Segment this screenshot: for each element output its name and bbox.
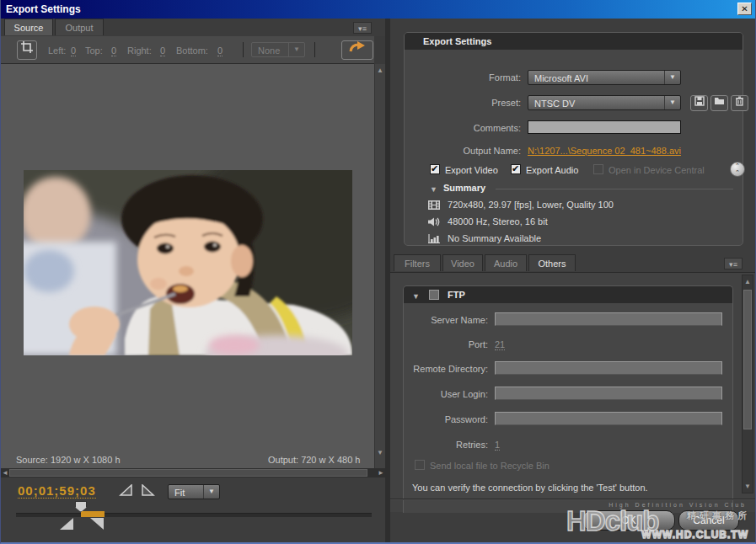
summary-audio-text: 48000 Hz, Stereo, 16 bit [448,216,548,227]
ftp-expander-icon[interactable]: ▼ [412,288,420,305]
export-video-checkbox[interactable] [430,164,440,174]
export-audio-label: Export Audio [526,165,578,175]
user-login-input[interactable] [495,387,722,400]
export-settings-dialog: Export Settings ✕ Source Output ▾≡ Left:… [0,0,756,544]
preset-label: Preset: [438,98,521,108]
tab-filters[interactable]: Filters [394,254,441,271]
output-name-link[interactable]: N:\1207...\Sequence 02_481~488.avi [528,146,681,156]
crop-top-value[interactable]: 0 [111,45,116,56]
tab-source[interactable]: Source [4,19,53,35]
crop-icon [21,41,33,53]
preview-image [24,170,352,355]
comments-input[interactable] [528,120,681,134]
scrollbar-thumb[interactable] [743,290,752,429]
delete-preset-button[interactable] [731,95,748,111]
password-label: Password: [404,414,488,424]
recycle-bin-label: Send local file to Recycle Bin [430,461,550,471]
remote-directory-input[interactable] [495,361,722,375]
chevron-down-icon: ▼ [664,96,680,109]
ftp-hint-text: You can verify the connection by clickin… [412,483,648,493]
collapse-panel-button[interactable]: ⌃⌃ [730,162,745,177]
crop-bottom-value[interactable]: 0 [217,45,223,56]
ok-button[interactable]: OK [582,510,675,531]
options-vertical-scrollbar[interactable]: ▲ ▼ [742,275,753,493]
output-dimensions: Output: 720 w X 480 h [268,455,360,465]
device-central-checkbox [593,164,603,174]
title-bar[interactable]: Export Settings ✕ [1,0,755,19]
curved-arrow-icon [349,41,366,52]
summary-other-text: No Summary Available [448,233,541,243]
folder-icon [714,96,725,105]
chevron-up-icon: ⌃⌃ [731,163,744,176]
preview-vertical-scrollbar[interactable]: ▲ ▼ [374,64,385,468]
server-name-label: Server Name: [404,315,488,325]
in-point-marker[interactable] [60,518,73,530]
save-preset-button[interactable] [690,95,708,111]
crop-bottom-label: Bottom: [176,45,208,56]
scroll-down-icon[interactable]: ▼ [743,483,753,490]
crop-button[interactable] [17,40,37,60]
source-preview-area[interactable]: Source: 1920 w X 1080 h Output: 720 w X … [1,64,374,468]
preview-horizontal-scrollbar[interactable]: ◄ ► [1,468,385,477]
options-tab-strip: Filters Video Audio Others ▾≡ [390,254,756,272]
user-login-label: User Login: [404,389,488,399]
timecode-display[interactable]: 00;01;59;03 [18,483,96,499]
import-preset-button[interactable] [710,95,728,111]
close-icon[interactable]: ✕ [737,3,752,15]
cancel-button[interactable]: Cancel [678,510,739,531]
format-label: Format: [438,72,521,83]
tab-others[interactable]: Others [528,254,576,271]
set-in-point-button[interactable] [119,484,134,497]
settings-panel: Export Settings Format: Microsoft AVI ▼ … [390,19,756,544]
scroll-left-icon[interactable]: ◄ [2,469,8,477]
footer-divider [390,499,756,500]
retries-label: Retries: [404,440,488,450]
set-out-point-button[interactable] [140,484,155,497]
film-icon [428,200,440,210]
trash-icon [735,96,744,106]
crop-left-value[interactable]: 0 [71,45,76,56]
panel-menu-icon[interactable]: ▾≡ [724,258,743,269]
format-dropdown[interactable]: Microsoft AVI ▼ [528,70,681,85]
tab-video[interactable]: Video [442,254,483,271]
work-area-bar[interactable] [81,511,105,517]
password-input[interactable] [495,412,722,425]
out-point-marker[interactable] [90,518,104,530]
crop-right-label: Right: [127,45,152,56]
summary-video-row: 720x480, 29.97 [fps], Lower, Quality 100 [428,200,614,210]
window-title: Export Settings [6,3,81,15]
export-settings-title: Export Settings [423,36,491,46]
source-dimensions: Source: 1920 w X 1080 h [16,455,121,465]
tab-audio[interactable]: Audio [485,254,527,271]
recycle-bin-checkbox [415,460,425,470]
port-value[interactable]: 21 [495,339,505,349]
server-name-input[interactable] [495,312,722,326]
speaker-icon [428,217,440,227]
bar-chart-icon [428,234,440,243]
scroll-right-icon[interactable]: ► [378,469,384,477]
summary-title: Summary [443,183,485,193]
crop-top-label: Top: [85,45,103,56]
scroll-down-icon[interactable]: ▼ [375,449,385,456]
tab-output[interactable]: Output [55,19,104,35]
export-settings-group: Export Settings Format: Microsoft AVI ▼ … [404,32,743,246]
timeline-track[interactable] [16,513,372,517]
scroll-up-icon[interactable]: ▲ [743,278,753,285]
export-audio-checkbox[interactable] [511,164,521,174]
scrollbar-thumb[interactable] [9,469,367,477]
chevron-down-icon: ▼ [664,71,680,84]
zoom-level-dropdown[interactable]: Fit ▼ [168,484,220,499]
ftp-enable-checkbox[interactable] [429,290,439,300]
preview-tab-strip: Source Output ▾≡ [1,19,385,36]
save-icon [694,96,705,106]
panel-menu-icon[interactable]: ▾≡ [353,22,372,34]
retries-value[interactable]: 1 [495,440,500,450]
crop-right-value[interactable]: 0 [160,45,165,56]
scroll-up-icon[interactable]: ▲ [375,67,385,74]
chevron-down-icon: ▼ [203,485,219,499]
export-shortcut-button[interactable] [341,40,373,60]
ftp-group: ▼ FTP Server Name: Port: 21 Remote Direc… [403,285,733,513]
summary-expander-icon[interactable]: ▼ [430,185,437,194]
preset-dropdown[interactable]: NTSC DV ▼ [528,95,681,110]
export-video-label: Export Video [445,165,498,175]
